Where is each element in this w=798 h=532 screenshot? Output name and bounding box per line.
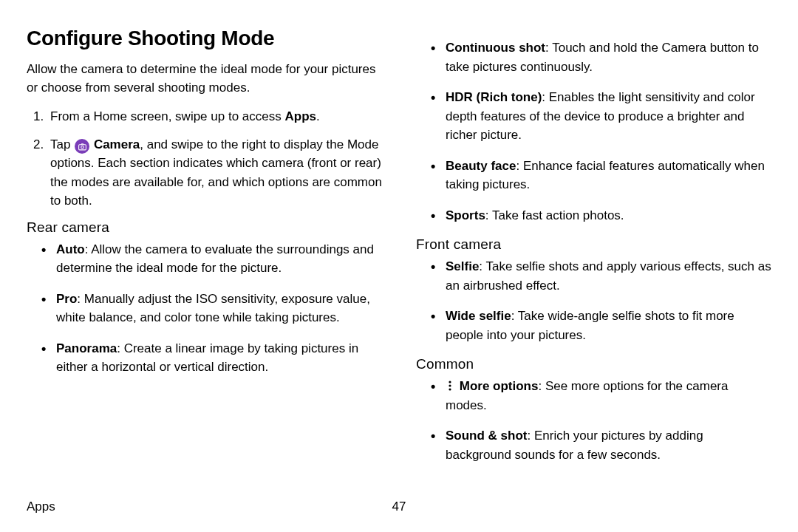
- mode-selfie-label: Selfie: [446, 259, 479, 273]
- mode-panorama: Panorama: Create a linear image by takin…: [47, 339, 382, 377]
- rear-camera-list-left: Auto: Allow the camera to evaluate the s…: [27, 240, 382, 377]
- mode-sound-shot-label: Sound & shot: [446, 429, 527, 443]
- step-2-pre: Tap: [50, 137, 74, 151]
- common-heading: Common: [416, 356, 771, 372]
- mode-beauty-label: Beauty face: [446, 159, 516, 173]
- page-footer: Apps 47: [27, 499, 771, 514]
- more-options-icon: [446, 380, 454, 392]
- svg-point-1: [81, 146, 83, 148]
- svg-rect-0: [78, 145, 86, 150]
- mode-auto-label: Auto: [56, 242, 85, 256]
- right-column: Continuous shot: Touch and hold the Came…: [416, 27, 771, 476]
- svg-point-3: [449, 384, 451, 386]
- mode-sound-shot: Sound & shot: Enrich your pictures by ad…: [437, 426, 771, 464]
- step-1-bold: Apps: [284, 109, 316, 123]
- mode-sports: Sports: Take fast action photos.: [437, 206, 771, 225]
- mode-continuous-label: Continuous shot: [446, 41, 545, 55]
- mode-more-options-label: More options: [460, 379, 539, 393]
- mode-sports-desc: : Take fast action photos.: [485, 208, 624, 222]
- mode-continuous: Continuous shot: Touch and hold the Came…: [437, 38, 771, 76]
- mode-hdr-label: HDR (Rich tone): [446, 90, 542, 104]
- mode-panorama-label: Panorama: [56, 341, 117, 355]
- mode-auto: Auto: Allow the camera to evaluate the s…: [47, 240, 382, 278]
- common-list: More options: See more options for the c…: [416, 377, 771, 464]
- page-number: 47: [392, 499, 406, 514]
- mode-hdr: HDR (Rich tone): Enables the light sensi…: [437, 88, 771, 145]
- mode-beauty: Beauty face: Enhance facial features aut…: [437, 157, 771, 194]
- intro-paragraph: Allow the camera to determine the ideal …: [27, 61, 382, 97]
- mode-selfie: Selfie: Take selfie shots and apply vari…: [437, 257, 771, 295]
- mode-auto-desc: : Allow the camera to evaluate the surro…: [56, 242, 374, 276]
- left-column: Configure Shooting Mode Allow the camera…: [27, 27, 382, 476]
- svg-point-2: [449, 381, 451, 383]
- mode-sports-label: Sports: [446, 208, 485, 222]
- mode-pro-desc: : Manually adjust the ISO sensitivity, e…: [56, 292, 370, 325]
- page-columns: Configure Shooting Mode Allow the camera…: [27, 27, 771, 476]
- rear-camera-heading: Rear camera: [27, 219, 382, 236]
- svg-point-4: [449, 388, 451, 390]
- steps-list: From a Home screen, swipe up to access A…: [27, 107, 382, 211]
- mode-wide-selfie-label: Wide selfie: [446, 309, 511, 323]
- front-camera-heading: Front camera: [416, 236, 771, 253]
- step-1-text: From a Home screen, swipe up to access: [50, 109, 284, 123]
- step-2: Tap Camera, and swipe to the right to di…: [47, 135, 382, 211]
- front-camera-list: Selfie: Take selfie shots and apply vari…: [416, 257, 771, 344]
- mode-pro-label: Pro: [56, 292, 77, 306]
- step-1: From a Home screen, swipe up to access A…: [47, 107, 382, 126]
- mode-selfie-desc: : Take selfie shots and apply various ef…: [446, 259, 771, 293]
- step-2-bold: Camera: [94, 137, 140, 151]
- footer-section: Apps: [27, 499, 55, 514]
- step-1-post: .: [316, 109, 320, 123]
- rear-camera-list-right: Continuous shot: Touch and hold the Came…: [416, 38, 771, 225]
- page-title: Configure Shooting Mode: [27, 27, 382, 50]
- camera-icon: [75, 139, 89, 154]
- mode-pro: Pro: Manually adjust the ISO sensitivity…: [47, 290, 382, 327]
- mode-more-options: More options: See more options for the c…: [437, 377, 771, 415]
- mode-wide-selfie: Wide selfie: Take wide-angle selfie shot…: [437, 307, 771, 344]
